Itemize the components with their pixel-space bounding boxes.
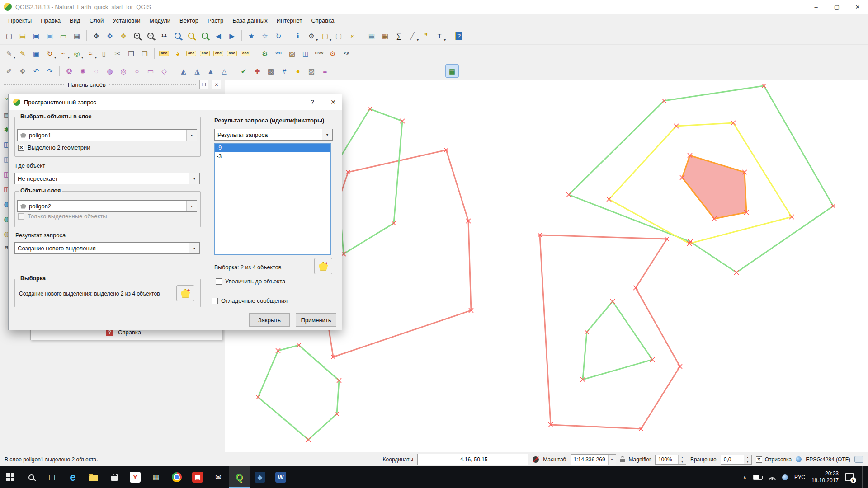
chevron-down-icon[interactable]: [189, 173, 199, 184]
move-feature[interactable]: ✥: [16, 65, 29, 77]
new-print-composer[interactable]: ▭: [57, 29, 70, 42]
undo[interactable]: ↶: [30, 65, 42, 77]
cut-features[interactable]: ✂: [111, 47, 124, 60]
render-checkbox[interactable]: [756, 456, 762, 463]
georeferencer[interactable]: ▨: [286, 47, 298, 60]
clock[interactable]: 20:23 18.10.2017: [811, 470, 839, 484]
open-project[interactable]: ▤: [16, 29, 29, 42]
offset-curve[interactable]: ≈: [84, 47, 97, 60]
panel-drag-handle[interactable]: [4, 84, 64, 85]
move-label[interactable]: abc: [212, 47, 225, 60]
scale-lock-icon[interactable]: [620, 459, 625, 462]
circle-from-2-points[interactable]: ◌: [90, 65, 103, 77]
chevron-down-icon[interactable]: [186, 130, 197, 141]
style-dot[interactable]: ●: [292, 65, 304, 77]
raster-calculator[interactable]: ▩: [264, 65, 277, 77]
enable-advanced-digitizing[interactable]: ✐: [3, 65, 15, 77]
pan-map[interactable]: ✥: [104, 29, 116, 42]
pin-labels[interactable]: abc: [185, 47, 198, 60]
menu-item-4[interactable]: Слой: [85, 15, 108, 26]
language-indicator[interactable]: РУС: [794, 474, 805, 480]
dialog-titlebar[interactable]: Пространственный запрос: [9, 94, 342, 110]
panel-close-icon[interactable]: [212, 80, 221, 89]
rotate-label[interactable]: abc: [226, 47, 238, 60]
zoom-in[interactable]: +: [131, 29, 143, 42]
chevron-down-icon[interactable]: [189, 243, 199, 253]
layer-diagram-options[interactable]: ◕: [171, 47, 184, 60]
result-id-list[interactable]: -9-3: [214, 143, 331, 255]
help[interactable]: ?: [453, 29, 465, 42]
dialog-help-button[interactable]: [304, 94, 321, 110]
image-tool[interactable]: ▨: [305, 65, 318, 77]
menu-item-11[interactable]: Справка: [307, 15, 339, 26]
result-list-item[interactable]: -9: [215, 144, 330, 152]
show-bookmarks[interactable]: ☆: [259, 29, 271, 42]
apply-button[interactable]: Применить: [296, 313, 336, 327]
menu-item-3[interactable]: Вид: [65, 15, 85, 26]
network-icon[interactable]: [782, 474, 788, 480]
delete-selected[interactable]: ▯: [98, 47, 110, 60]
chrome-browser[interactable]: [166, 466, 187, 488]
mail-app[interactable]: ✉: [208, 466, 229, 488]
check-geometries[interactable]: ✔: [237, 65, 250, 77]
log-messages-icon[interactable]: [854, 456, 863, 463]
copy-features[interactable]: ❐: [125, 47, 137, 60]
zoom-to-selection[interactable]: [185, 29, 198, 42]
field-calculator[interactable]: ▦: [379, 29, 392, 42]
result-action-combobox[interactable]: Создание нового выделения: [14, 242, 200, 254]
red-app[interactable]: ▤: [187, 466, 208, 488]
select-by-expression[interactable]: ε: [346, 29, 359, 42]
layer2-combobox[interactable]: poligon2: [17, 200, 197, 212]
zoom-to-layer[interactable]: [198, 29, 211, 42]
crs-status[interactable]: EPSG:4284 (OTF): [806, 456, 850, 463]
new-project[interactable]: ▢: [3, 29, 15, 42]
menu-item-6[interactable]: Модули: [145, 15, 175, 26]
maximize-button[interactable]: [826, 0, 847, 14]
rotate-point-symbols[interactable]: ❂: [63, 65, 75, 77]
measure[interactable]: ╱: [406, 29, 419, 42]
grid-tool[interactable]: #: [278, 65, 291, 77]
layer-labeling-options[interactable]: abc: [158, 47, 170, 60]
coordinates-input[interactable]: [417, 454, 528, 465]
menu-item-2[interactable]: Правка: [36, 15, 65, 26]
zoom-out[interactable]: −: [144, 29, 157, 42]
select-features[interactable]: ▢: [319, 29, 331, 42]
topology-checker[interactable]: ✚: [251, 65, 264, 77]
show-desktop-button[interactable]: [862, 466, 865, 488]
edge-browser[interactable]: e: [62, 466, 83, 488]
yandex-browser[interactable]: Y: [125, 466, 146, 488]
close-button[interactable]: [847, 0, 868, 14]
osm-plugin[interactable]: ⚙: [326, 47, 339, 60]
zoom-native[interactable]: 1:1: [158, 29, 170, 42]
change-label[interactable]: abc: [239, 47, 252, 60]
add-ring[interactable]: ◎: [71, 47, 83, 60]
redo[interactable]: ↷: [43, 65, 56, 77]
spin-up-icon[interactable]: [679, 455, 686, 460]
map-tips[interactable]: ❞: [420, 29, 432, 42]
chevron-down-icon[interactable]: [322, 129, 332, 140]
highlight-labels[interactable]: abc: [198, 47, 211, 60]
result-list-item[interactable]: -3: [215, 152, 330, 161]
spatial-query[interactable]: ▦: [445, 64, 459, 78]
split-features[interactable]: ◭: [177, 65, 190, 77]
current-edits[interactable]: ✎: [3, 47, 15, 60]
simplify-feature[interactable]: ~: [57, 47, 70, 60]
result-type-combobox[interactable]: Результат запроса: [214, 129, 333, 141]
calculator-app[interactable]: ▦: [146, 466, 166, 488]
toggle-editing[interactable]: ✎: [16, 47, 29, 60]
spin-up-icon[interactable]: [744, 455, 751, 460]
zoom-next[interactable]: ▶: [226, 29, 238, 42]
spin-down-icon[interactable]: [679, 460, 686, 464]
spin-down-icon[interactable]: [744, 460, 751, 464]
task-view-button[interactable]: ◫: [42, 466, 62, 488]
panel-float-icon[interactable]: [199, 80, 208, 89]
statistical-summary[interactable]: ∑: [392, 29, 405, 42]
wifi-icon[interactable]: [769, 474, 776, 480]
panel-drag-handle[interactable]: [109, 84, 196, 85]
action-center-icon[interactable]: 9: [845, 473, 854, 481]
menu-item-7[interactable]: Вектор: [175, 15, 203, 26]
stop-render-icon[interactable]: [533, 456, 539, 463]
offset-point-symbols[interactable]: ✺: [76, 65, 89, 77]
zoom-full[interactable]: [171, 29, 184, 42]
merge-attributes[interactable]: △: [218, 65, 231, 77]
